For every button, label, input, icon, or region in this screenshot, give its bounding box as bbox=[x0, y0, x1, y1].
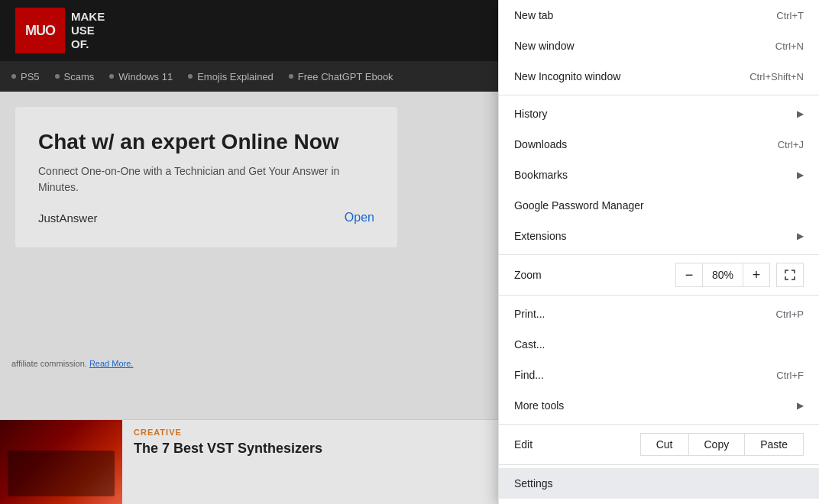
arrow-icon: ▶ bbox=[797, 231, 804, 241]
menu-item-settings[interactable]: Settings bbox=[499, 468, 819, 499]
zoom-minus-button[interactable]: − bbox=[675, 263, 703, 287]
copy-button[interactable]: Copy bbox=[689, 433, 746, 456]
zoom-value: 80% bbox=[703, 263, 743, 287]
menu-item-extensions[interactable]: Extensions ▶ bbox=[499, 221, 819, 251]
menu-item-help[interactable]: Help ▶ bbox=[499, 499, 819, 504]
svg-rect-5 bbox=[785, 276, 786, 280]
svg-rect-1 bbox=[785, 270, 786, 273]
menu-item-bookmarks[interactable]: Bookmarks ▶ bbox=[499, 160, 819, 190]
arrow-icon: ▶ bbox=[797, 400, 804, 411]
chrome-context-menu: New tab Ctrl+T New window Ctrl+N New Inc… bbox=[498, 0, 819, 504]
menu-item-new-tab[interactable]: New tab Ctrl+T bbox=[499, 0, 819, 31]
menu-item-cast[interactable]: Cast... bbox=[499, 329, 819, 360]
zoom-fullscreen-button[interactable] bbox=[776, 263, 804, 287]
edit-row: Edit Cut Copy Paste bbox=[499, 428, 819, 461]
arrow-icon: ▶ bbox=[797, 108, 804, 119]
separator-5 bbox=[499, 464, 819, 465]
menu-item-find[interactable]: Find... Ctrl+F bbox=[499, 360, 819, 390]
menu-overlay bbox=[0, 0, 504, 504]
zoom-plus-button[interactable]: + bbox=[743, 263, 770, 287]
separator-3 bbox=[499, 295, 819, 296]
cut-button[interactable]: Cut bbox=[640, 433, 689, 456]
zoom-controls: − 80% + bbox=[675, 263, 770, 287]
separator-1 bbox=[499, 95, 819, 95]
edit-label: Edit bbox=[514, 438, 640, 451]
zoom-row: Zoom − 80% + bbox=[499, 258, 819, 292]
menu-item-downloads[interactable]: Downloads Ctrl+J bbox=[499, 129, 819, 160]
menu-item-password-manager[interactable]: Google Password Manager bbox=[499, 190, 819, 221]
separator-2 bbox=[499, 254, 819, 255]
zoom-label: Zoom bbox=[514, 269, 675, 281]
svg-rect-7 bbox=[794, 276, 795, 280]
menu-item-history[interactable]: History ▶ bbox=[499, 99, 819, 129]
menu-item-print[interactable]: Print... Ctrl+P bbox=[499, 299, 819, 329]
arrow-icon: ▶ bbox=[797, 170, 804, 180]
paste-button[interactable]: Paste bbox=[745, 433, 804, 456]
svg-rect-3 bbox=[794, 270, 795, 273]
menu-item-new-window[interactable]: New window Ctrl+N bbox=[499, 31, 819, 61]
separator-4 bbox=[499, 424, 819, 425]
menu-item-more-tools[interactable]: More tools ▶ bbox=[499, 390, 819, 421]
menu-item-incognito[interactable]: New Incognito window Ctrl+Shift+N bbox=[499, 61, 819, 92]
